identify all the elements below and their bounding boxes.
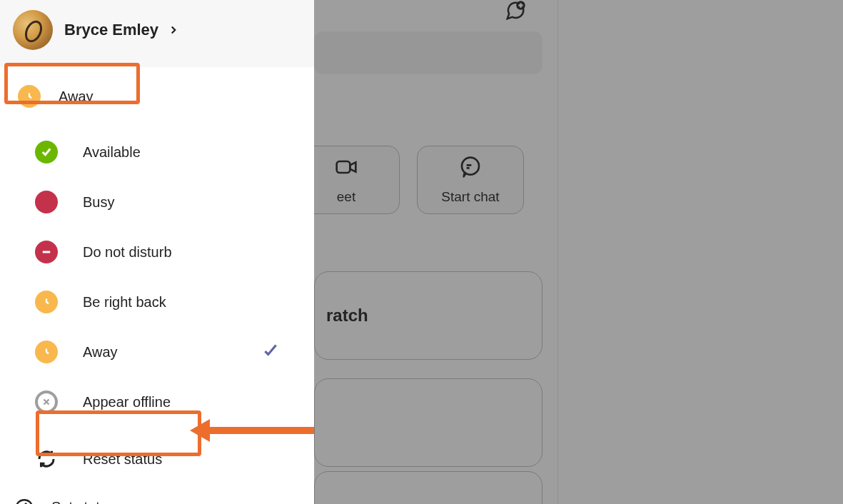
status-list: AvailableBusyDo not disturbBe right back… (0, 127, 314, 427)
svg-point-3 (16, 500, 32, 504)
status-option-offline[interactable]: Appear offline (10, 377, 304, 427)
reset-status-label: Reset status (83, 451, 162, 468)
status-option-label: Appear offline (83, 394, 171, 410)
status-option-away[interactable]: Away (10, 327, 304, 377)
profile-name: Bryce Emley (64, 21, 158, 39)
away-icon (34, 290, 59, 314)
available-icon (34, 140, 59, 164)
status-option-busy[interactable]: Busy (10, 177, 304, 227)
status-option-label: Do not disturb (83, 244, 172, 261)
set-status-message-label: Set status message (51, 499, 177, 505)
check-icon (261, 341, 280, 363)
profile-row[interactable]: Bryce Emley (0, 0, 314, 67)
status-option-available[interactable]: Available (10, 127, 304, 177)
reset-icon (34, 447, 59, 471)
status-option-dnd[interactable]: Do not disturb (10, 227, 304, 277)
offline-icon (34, 390, 59, 414)
chevron-right-icon (167, 24, 180, 36)
reset-status[interactable]: Reset status (0, 434, 314, 484)
away-icon (17, 84, 41, 109)
busy-icon (34, 190, 59, 214)
dnd-icon (34, 240, 59, 264)
status-option-label: Available (83, 144, 141, 161)
current-status[interactable]: Away (6, 77, 308, 116)
current-status-label: Away (59, 89, 94, 105)
status-option-label: Busy (83, 194, 114, 211)
status-menu-panel: Bryce Emley Away AvailableBusyDo not dis… (0, 0, 314, 504)
status-option-label: Away (83, 344, 118, 361)
status-option-brb[interactable]: Be right back (10, 277, 304, 327)
avatar (13, 10, 53, 50)
set-status-message[interactable]: Set status message (0, 484, 314, 504)
modal-dimmer (314, 0, 843, 504)
status-option-label: Be right back (83, 294, 166, 311)
edit-icon (14, 497, 34, 504)
away-icon (34, 340, 59, 364)
